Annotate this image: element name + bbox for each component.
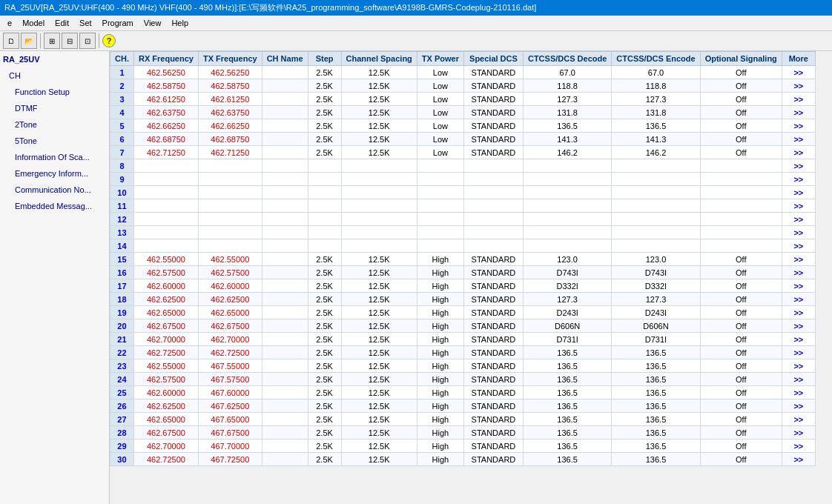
cell-ctcss-encode[interactable]: 136.5 [612,399,700,413]
cell-rx-freq[interactable]: 462.62500 [133,293,198,306]
cell-ch-name[interactable] [262,373,308,386]
cell-spacing[interactable]: 12.5K [341,453,417,466]
cell-special-dcs[interactable] [463,213,523,226]
cell-rx-freq[interactable]: 462.55000 [133,253,198,266]
cell-tx-power[interactable]: Low [417,133,463,146]
menu-model[interactable]: Model [18,17,49,29]
cell-ch[interactable]: 28 [110,426,134,440]
cell-more[interactable]: >> [782,239,815,253]
cell-optional-signaling[interactable] [700,213,782,226]
cell-tx-freq[interactable]: 462.65000 [198,306,262,319]
cell-spacing[interactable]: 12.5K [341,106,417,119]
cell-step[interactable]: 2.5K [308,453,341,466]
cell-more[interactable]: >> [782,266,815,279]
cell-rx-freq[interactable]: 462.60000 [133,279,198,293]
cell-step[interactable]: 2.5K [308,119,341,133]
menu-set[interactable]: Set [75,17,96,29]
cell-step[interactable]: 2.5K [308,346,341,359]
cell-ctcss-decode[interactable]: 127.3 [523,293,611,306]
cell-step[interactable]: 2.5K [308,279,341,293]
cell-ch[interactable]: 21 [110,333,134,346]
cell-ch-name[interactable] [262,146,308,159]
cell-ctcss-decode[interactable]: 136.5 [523,373,611,386]
cell-step[interactable]: 2.5K [308,133,341,146]
cell-ctcss-encode[interactable] [612,159,700,173]
cell-ctcss-encode[interactable]: 127.3 [612,93,700,106]
cell-spacing[interactable] [341,159,417,173]
cell-more[interactable]: >> [782,453,815,466]
cell-tx-power[interactable]: Low [417,93,463,106]
cell-optional-signaling[interactable] [700,239,782,253]
cell-ctcss-encode[interactable]: D243I [612,306,700,319]
cell-tx-power[interactable] [417,199,463,213]
cell-more[interactable]: >> [782,159,815,173]
cell-ch-name[interactable] [262,93,308,106]
menu-edit[interactable]: Edit [50,17,73,29]
cell-ctcss-encode[interactable] [612,226,700,239]
cell-special-dcs[interactable]: STANDARD [463,119,523,133]
toolbar-open[interactable]: 📂 [21,33,37,49]
cell-rx-freq[interactable]: 462.58750 [133,79,198,93]
cell-ch[interactable]: 20 [110,319,134,333]
cell-more[interactable]: >> [782,173,815,186]
cell-rx-freq[interactable]: 462.72500 [133,346,198,359]
cell-ch-name[interactable] [262,386,308,399]
cell-optional-signaling[interactable] [700,199,782,213]
cell-spacing[interactable]: 12.5K [341,346,417,359]
cell-tx-freq[interactable] [198,239,262,253]
cell-ch-name[interactable] [262,453,308,466]
cell-ctcss-decode[interactable] [523,186,611,199]
cell-ctcss-decode[interactable]: 123.0 [523,253,611,266]
cell-ch-name[interactable] [262,79,308,93]
cell-special-dcs[interactable]: STANDARD [463,399,523,413]
sidebar-item-emergency[interactable]: Emergency Inform... [0,165,109,182]
cell-special-dcs[interactable]: STANDARD [463,133,523,146]
cell-ctcss-encode[interactable]: 136.5 [612,359,700,373]
cell-ctcss-encode[interactable] [612,173,700,186]
cell-tx-power[interactable]: High [417,426,463,440]
cell-special-dcs[interactable]: STANDARD [463,413,523,426]
cell-ch[interactable]: 10 [110,186,134,199]
cell-spacing[interactable]: 12.5K [341,93,417,106]
cell-tx-freq[interactable] [198,173,262,186]
cell-special-dcs[interactable]: STANDARD [463,453,523,466]
cell-ch[interactable]: 30 [110,453,134,466]
cell-ch-name[interactable] [262,319,308,333]
cell-optional-signaling[interactable]: Off [700,319,782,333]
cell-ctcss-decode[interactable]: 127.3 [523,93,611,106]
cell-spacing[interactable]: 12.5K [341,133,417,146]
cell-tx-freq[interactable]: 462.72500 [198,346,262,359]
cell-ctcss-decode[interactable]: D606N [523,319,611,333]
cell-ctcss-decode[interactable]: 136.5 [523,346,611,359]
cell-ch[interactable]: 12 [110,213,134,226]
cell-more[interactable]: >> [782,199,815,213]
cell-step[interactable] [308,186,341,199]
cell-ctcss-encode[interactable]: 141.3 [612,133,700,146]
cell-step[interactable]: 2.5K [308,306,341,319]
cell-ctcss-decode[interactable]: 136.5 [523,119,611,133]
cell-ch-name[interactable] [262,279,308,293]
cell-tx-power[interactable]: Low [417,66,463,79]
menu-program[interactable]: Program [98,17,138,29]
cell-step[interactable]: 2.5K [308,79,341,93]
toolbar-new[interactable]: 🗋 [3,33,19,49]
cell-step[interactable] [308,226,341,239]
cell-step[interactable] [308,173,341,186]
cell-spacing[interactable]: 12.5K [341,79,417,93]
cell-rx-freq[interactable] [133,173,198,186]
cell-special-dcs[interactable]: STANDARD [463,373,523,386]
cell-ch[interactable]: 13 [110,226,134,239]
cell-optional-signaling[interactable]: Off [700,279,782,293]
cell-more[interactable]: >> [782,346,815,359]
cell-spacing[interactable] [341,213,417,226]
cell-tx-freq[interactable] [198,186,262,199]
cell-ch-name[interactable] [262,293,308,306]
cell-rx-freq[interactable]: 462.70000 [133,440,198,453]
cell-rx-freq[interactable] [133,213,198,226]
cell-ctcss-encode[interactable]: 136.5 [612,440,700,453]
cell-optional-signaling[interactable]: Off [700,453,782,466]
cell-more[interactable]: >> [782,79,815,93]
cell-spacing[interactable]: 12.5K [341,373,417,386]
cell-ctcss-encode[interactable] [612,213,700,226]
cell-rx-freq[interactable]: 462.57500 [133,373,198,386]
